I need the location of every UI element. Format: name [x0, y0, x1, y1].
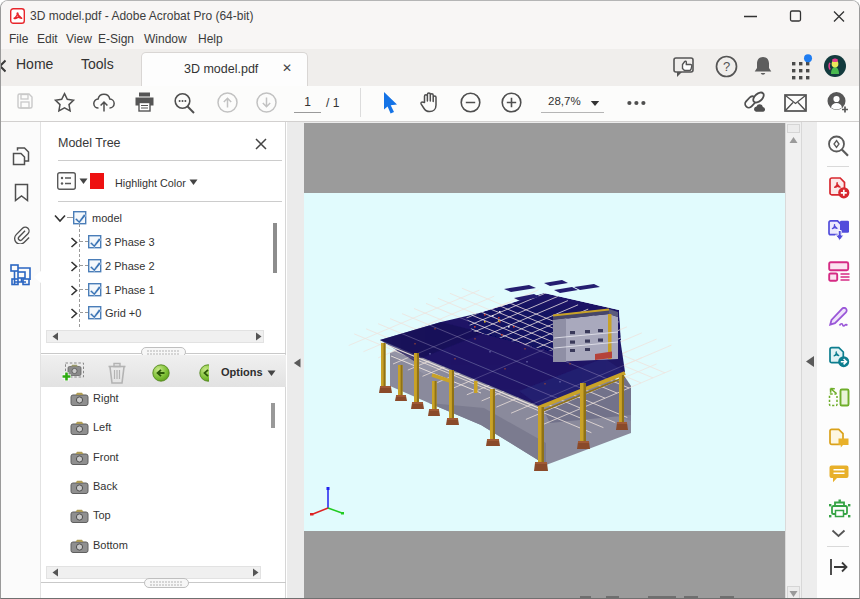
- svg-text:?: ?: [723, 59, 730, 74]
